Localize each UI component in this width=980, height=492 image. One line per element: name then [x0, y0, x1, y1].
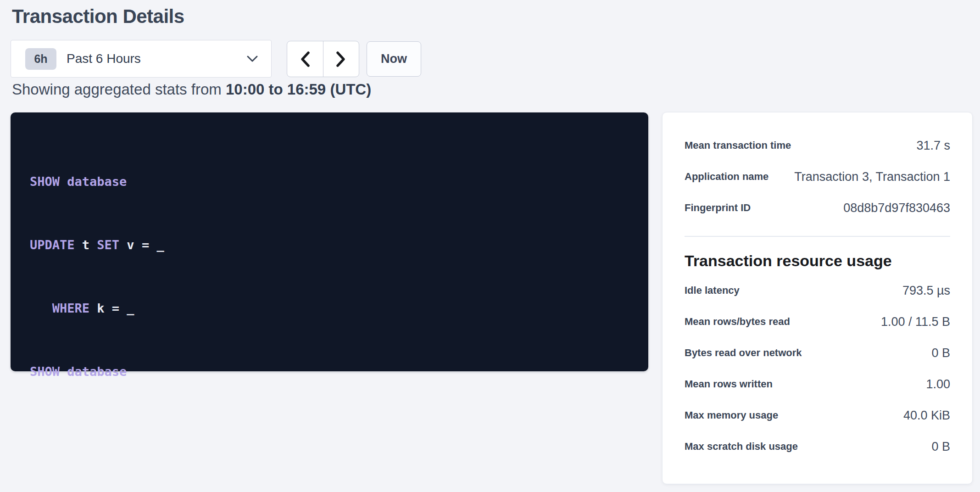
- previous-interval-button[interactable]: [287, 41, 323, 77]
- summary-row-value: 0 B: [931, 440, 950, 454]
- chevron-left-icon: [300, 51, 310, 67]
- sql-line: SHOW database: [30, 171, 629, 192]
- summary-row: Fingerprint ID 08d8b7d97f830463: [685, 192, 950, 224]
- sql-line: UPDATE t SET v = _: [30, 235, 629, 256]
- summary-row-label: Max scratch disk usage: [685, 441, 798, 453]
- sql-line: SHOW database: [30, 361, 629, 382]
- summary-row-value: 1.00: [926, 377, 950, 391]
- sql-statement-box: SHOW database UPDATE t SET v = _ WHERE k…: [11, 112, 648, 371]
- time-range-selected-label: Past 6 Hours: [67, 51, 141, 66]
- summary-row-value: 0 B: [931, 346, 950, 360]
- resource-usage-rows: Idle latency 793.5 µs Mean rows/bytes re…: [685, 275, 950, 462]
- summary-row-label: Mean transaction time: [685, 140, 791, 151]
- summary-row-label: Idle latency: [685, 285, 740, 296]
- chevron-right-icon: [336, 51, 346, 67]
- next-interval-button[interactable]: [323, 41, 359, 77]
- summary-row: Max scratch disk usage 0 B: [685, 431, 950, 462]
- summary-row: Bytes read over network 0 B: [685, 337, 950, 369]
- aggregated-stats-caption: Showing aggregated stats from 10:00 to 1…: [12, 81, 371, 98]
- time-range-shortcut-badge: 6h: [25, 48, 56, 70]
- aggregated-stats-range: 10:00 to 16:59 (UTC): [226, 81, 371, 98]
- transaction-summary-card: Mean transaction time 31.7 s Application…: [662, 112, 973, 484]
- summary-row-value: 31.7 s: [916, 139, 950, 153]
- summary-row-value: 1.00 / 11.5 B: [881, 315, 950, 329]
- page-title: Transaction Details: [12, 6, 184, 28]
- summary-row-value: Transaction 3, Transaction 1: [794, 170, 950, 184]
- summary-row-value: 793.5 µs: [902, 284, 950, 298]
- summary-row-label: Mean rows/bytes read: [685, 316, 790, 328]
- summary-row-label: Max memory usage: [685, 409, 778, 421]
- chevron-down-icon: [246, 55, 258, 62]
- summary-row: Application name Transaction 3, Transact…: [685, 161, 950, 192]
- interval-button-group: [287, 41, 359, 77]
- summary-row: Mean rows/bytes read 1.00 / 11.5 B: [685, 306, 950, 337]
- summary-row: Max memory usage 40.0 KiB: [685, 400, 950, 431]
- sql-line: WHERE k = _: [30, 298, 629, 319]
- summary-row-label: Bytes read over network: [685, 347, 802, 359]
- summary-divider: [685, 236, 950, 237]
- summary-row: Idle latency 793.5 µs: [685, 275, 950, 306]
- summary-row: Mean rows written 1.00: [685, 369, 950, 400]
- summary-row-label: Application name: [685, 171, 768, 183]
- now-button[interactable]: Now: [367, 41, 421, 77]
- summary-row: Mean transaction time 31.7 s: [685, 130, 950, 161]
- sql-statement-text: SHOW database UPDATE t SET v = _ WHERE k…: [30, 129, 629, 425]
- summary-row-value: 40.0 KiB: [903, 408, 950, 423]
- summary-row-label: Mean rows written: [685, 378, 773, 390]
- summary-row-label: Fingerprint ID: [685, 202, 751, 214]
- summary-row-value: 08d8b7d97f830463: [843, 201, 950, 215]
- time-range-select[interactable]: 6h Past 6 Hours: [11, 40, 272, 78]
- resource-usage-section-title: Transaction resource usage: [685, 251, 950, 271]
- aggregated-stats-prefix: Showing aggregated stats from: [12, 81, 226, 98]
